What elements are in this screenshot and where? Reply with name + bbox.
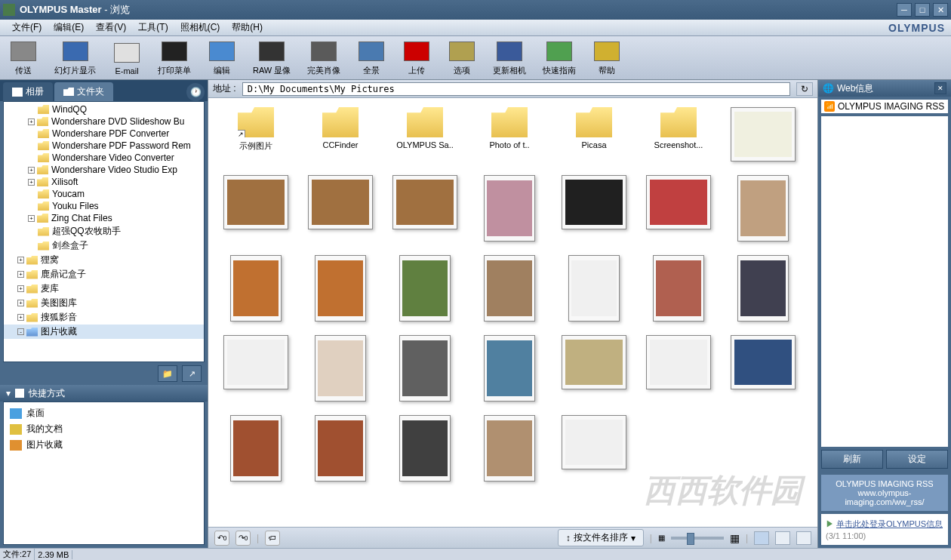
image-thumbnail[interactable] [217,255,294,322]
menu-item[interactable]: 编辑(E) [48,20,90,35]
image-thumbnail[interactable] [302,415,379,482]
image-thumbnail[interactable] [640,335,717,402]
shortcut-item[interactable]: 桌面 [7,405,201,421]
tree-row[interactable]: +Xilisoft [4,176,204,188]
menu-item[interactable]: 查看(V) [90,20,132,35]
image-thumbnail[interactable] [640,255,717,322]
minimize-button[interactable]: ─ [897,3,912,17]
image-thumbnail[interactable] [386,255,463,322]
image-thumbnail[interactable] [725,335,802,402]
tree-row[interactable]: +Zing Chat Files [4,212,204,224]
image-thumbnail[interactable] [386,335,463,402]
image-thumbnail[interactable] [471,175,548,242]
image-thumbnail[interactable] [725,107,802,162]
shortcut-item[interactable]: 我的文档 [7,421,201,437]
tree-expander[interactable]: + [28,118,35,125]
folder-tree[interactable]: WindQQ+Wondershare DVD Slideshow BuWonde… [3,101,205,362]
view-details-button[interactable] [796,531,811,545]
toolbar-button[interactable]: RAW 显像 [250,38,294,78]
close-button[interactable]: ✕ [933,3,948,17]
maximize-button[interactable]: □ [915,3,930,17]
menu-item[interactable]: 文件(F) [6,20,48,35]
panel-close-button[interactable]: ✕ [934,82,946,94]
image-thumbnail[interactable] [471,415,548,482]
image-thumbnail[interactable] [556,335,632,402]
image-thumbnail[interactable] [217,335,294,402]
image-thumbnail[interactable] [640,175,717,242]
rss-entry[interactable]: ▶ 单击此处登录OLYMPUS信息 (3/1 11:00) [821,514,948,545]
menu-item[interactable]: 帮助(H) [226,20,269,35]
toolbar-button[interactable]: 帮助 [589,38,624,78]
image-thumbnail[interactable] [725,175,802,242]
image-thumbnail[interactable] [471,255,548,322]
tree-row[interactable]: +麦库 [4,282,204,296]
image-thumbnail[interactable] [556,255,632,322]
image-thumbnail[interactable] [302,255,379,322]
shortcut-header[interactable]: ▾ 快捷方式 [0,385,208,402]
image-thumbnail[interactable] [386,175,463,242]
tree-expander[interactable]: + [28,179,35,186]
image-thumbnail[interactable] [217,415,294,482]
image-thumbnail[interactable] [556,415,632,482]
thumbnail-area[interactable]: ↗示例图片CCFinderOLYMPUS Sa..Photo of t..Pic… [208,98,817,527]
tree-row[interactable]: +Wondershare Video Studio Exp [4,164,204,176]
image-thumbnail[interactable] [471,335,548,402]
tree-expander[interactable]: + [28,215,35,222]
menu-item[interactable]: 工具(T) [132,20,174,35]
image-thumbnail[interactable] [217,175,294,242]
toolbar-button[interactable]: 选项 [445,38,479,78]
new-folder-button[interactable]: 📁 [158,365,177,382]
folder-thumbnail[interactable]: OLYMPUS Sa.. [386,107,463,162]
tree-row[interactable]: 超强QQ农牧助手 [4,224,204,238]
address-input[interactable] [242,82,790,96]
tree-row[interactable]: Wondershare Video Converter [4,152,204,164]
settings-button[interactable]: 设定 [886,450,948,469]
tree-expander[interactable]: + [28,167,35,174]
image-thumbnail[interactable] [302,175,379,242]
open-external-button[interactable]: ↗ [182,365,202,382]
tab-album[interactable]: 相册 [3,82,53,101]
toolbar-button[interactable]: 传送 [6,38,41,78]
tree-row[interactable]: +狸窝 [4,253,204,267]
tree-row[interactable]: +美图图库 [4,296,204,310]
toolbar-button[interactable]: 完美肖像 [304,38,343,78]
tree-row[interactable]: -图片收藏 [4,325,204,339]
toolbar-button[interactable]: 更新相机 [490,38,529,78]
toolbar-button[interactable]: 快速指南 [540,38,579,78]
tree-expander[interactable]: + [17,257,24,263]
folder-thumbnail[interactable]: Screenshot... [640,107,717,162]
view-thumbnails-button[interactable] [754,531,769,545]
folder-thumbnail[interactable]: Photo of t.. [471,107,548,162]
zoom-slider[interactable] [671,537,724,540]
rotate-right-button[interactable]: ↷0 [235,531,251,546]
tree-row[interactable]: WindQQ [4,103,204,115]
image-thumbnail[interactable] [386,415,463,482]
image-thumbnail[interactable] [725,255,802,322]
tree-expander[interactable]: + [17,300,24,306]
tree-row[interactable]: +搜狐影音 [4,310,204,325]
tree-expander[interactable]: + [17,271,24,278]
image-thumbnail[interactable] [302,335,379,402]
tree-row[interactable]: +Wondershare DVD Slideshow Bu [4,115,204,128]
image-thumbnail[interactable] [556,175,632,242]
tree-row[interactable]: Wondershare PDF Converter [4,128,204,140]
tree-row[interactable]: +鹿鼎记盒子 [4,267,204,282]
tree-row[interactable]: Youku Files [4,200,204,212]
shortcut-item[interactable]: 图片收藏 [7,437,201,453]
rss-feed-item[interactable]: 📶 OLYMPUS IMAGING RSS [821,100,948,113]
view-list-button[interactable] [775,531,790,545]
toolbar-button[interactable]: 全景 [354,38,389,78]
tree-expander[interactable]: + [17,285,24,292]
clock-button[interactable]: 🕐 [186,83,205,101]
folder-thumbnail[interactable]: CCFinder [302,107,379,162]
tree-expander[interactable]: - [17,328,24,335]
tree-row[interactable]: Youcam [4,188,204,200]
tree-expander[interactable]: + [17,314,24,321]
go-button[interactable]: ↻ [796,82,813,96]
folder-thumbnail[interactable]: ↗示例图片 [217,107,294,162]
tab-folder[interactable]: 文件夹 [54,82,113,101]
toolbar-button[interactable]: E-mail [109,39,144,77]
refresh-button[interactable]: 刷新 [821,450,883,469]
tag-button[interactable]: 🏷 [265,531,280,546]
tree-row[interactable]: 剑叁盒子 [4,238,204,253]
